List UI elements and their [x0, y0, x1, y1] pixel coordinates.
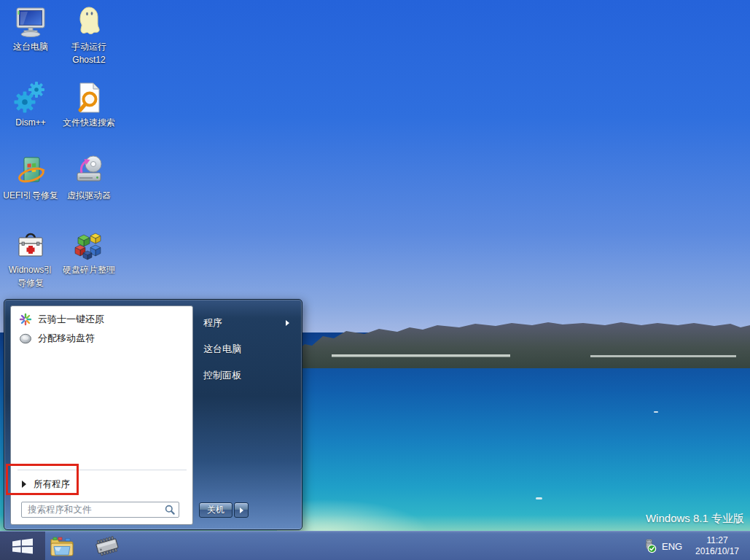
start-search [21, 502, 179, 518]
desktop-icon-virtual-drive[interactable]: 虚拟驱动器 [60, 153, 118, 203]
desktop-icon-label: 文件快速搜索 [60, 117, 118, 128]
language-indicator[interactable]: ENG [662, 532, 682, 560]
disk-icon [19, 332, 32, 345]
clock-date: 2016/10/17 [688, 546, 746, 557]
desktop-icon-ghost12[interactable]: 手动运行 Ghost12 [60, 4, 118, 66]
uefi-repair-icon [13, 153, 48, 188]
ghost-icon [71, 4, 106, 39]
annotation-highlight-box [6, 464, 79, 495]
desktop-icon-label: 导修复 [1, 278, 60, 289]
desktop: Windows 8.1 专业版 这台电脑 手动运行 Ghost12 [0, 0, 750, 560]
start-menu-item-assign-drive-letter[interactable]: 分配移动盘符 [15, 329, 189, 348]
start-menu: 云骑士一键还原 分配移动盘符 所有程序 [4, 299, 302, 530]
virtual-drive-icon [71, 153, 106, 188]
start-menu-item-label: 这台电脑 [203, 343, 241, 356]
desktop-icon-label: 手动运行 [60, 42, 118, 52]
search-icon [165, 505, 175, 515]
taskbar-file-explorer-button[interactable] [47, 532, 77, 560]
clock[interactable]: 11:27 2016/10/17 [688, 535, 746, 557]
shutdown-button[interactable]: 关机 [199, 502, 233, 518]
desktop-icon-label: Widnows引 [1, 265, 60, 276]
search-input[interactable] [21, 502, 179, 518]
start-menu-right-panel: 程序 这台电脑 控制面板 关机 [193, 306, 299, 525]
gears-icon [13, 80, 48, 115]
mountain-ridge [277, 310, 750, 368]
desktop-icon-label: 虚拟驱动器 [60, 190, 118, 201]
windows-logo-icon [12, 538, 34, 554]
start-menu-item-label: 分配移动盘符 [38, 332, 95, 345]
shutdown-options-arrow-icon [240, 508, 243, 513]
shutdown-options-button[interactable] [234, 502, 249, 518]
desktop-icon-label: Dism++ [1, 117, 60, 128]
start-menu-item-label: 云骑士一键还原 [38, 313, 104, 326]
start-menu-item-this-pc[interactable]: 这台电脑 [193, 341, 297, 358]
wallpaper-shallow-water [277, 467, 517, 532]
desktop-icon-this-pc[interactable]: 这台电脑 [1, 4, 60, 55]
defrag-cubes-icon [71, 228, 106, 262]
desktop-icon-label: 硬盘碎片整理 [60, 265, 118, 276]
windows-edition-watermark: Windows 8.1 专业版 [646, 512, 744, 526]
memory-chip-icon [94, 534, 122, 558]
clock-time: 11:27 [688, 535, 746, 546]
start-menu-item-control-panel[interactable]: 控制面板 [193, 367, 297, 384]
sea-speck [536, 497, 542, 499]
file-explorer-icon [50, 535, 74, 557]
file-search-icon [71, 80, 106, 115]
toolbox-icon [13, 228, 48, 262]
desktop-icon-file-search[interactable]: 文件快速搜索 [60, 80, 118, 131]
desktop-icon-label: UEFI引导修复 [1, 190, 60, 201]
start-button[interactable] [0, 532, 45, 560]
safely-remove-usb-icon[interactable] [641, 538, 657, 554]
desktop-icon-dism[interactable]: Dism++ [1, 80, 60, 131]
start-menu-item-label: 程序 [203, 316, 222, 330]
sea-speck [654, 411, 658, 413]
taskbar: ENG 11:27 2016/10/17 [0, 531, 750, 560]
submenu-arrow-icon [286, 320, 289, 326]
start-menu-item-programs[interactable]: 程序 [193, 314, 297, 332]
desktop-icon-label: 这台电脑 [1, 42, 60, 52]
desktop-icon-label: Ghost12 [60, 55, 118, 66]
desktop-icon-defrag[interactable]: 硬盘碎片整理 [60, 228, 118, 278]
this-pc-icon [13, 4, 48, 39]
shutdown-group: 关机 [199, 502, 249, 518]
desktop-icon-windows-boot-repair[interactable]: Widnows引 导修复 [1, 228, 60, 289]
desktop-icon-uefi-repair[interactable]: UEFI引导修复 [1, 153, 60, 203]
start-menu-item-label: 控制面板 [203, 369, 241, 382]
taskbar-chip-tool-button[interactable] [92, 532, 124, 560]
start-menu-item-yunqishi[interactable]: 云骑士一键还原 [15, 310, 189, 329]
pinwheel-icon [19, 313, 32, 326]
